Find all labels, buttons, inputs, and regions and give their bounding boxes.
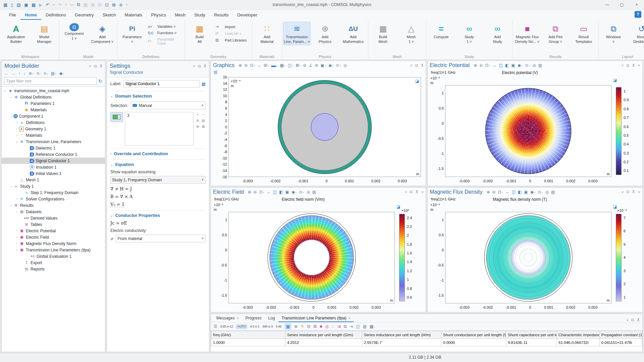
- zoom-in-icon[interactable]: ⊕: [486, 190, 490, 194]
- float-panel-icon[interactable]: ⊡: [415, 63, 418, 68]
- create-selection-icon[interactable]: ▦: [202, 81, 206, 86]
- menu-item[interactable]: Developer: [233, 11, 262, 20]
- menu-item[interactable]: Study: [190, 11, 210, 20]
- zoom-out-icon[interactable]: ⊖: [479, 63, 483, 68]
- table-cell[interactable]: 51.046-0.066732i: [557, 339, 600, 346]
- environment-icon[interactable]: ▣: [320, 63, 326, 68]
- tree-item[interactable]: 8.5 Global Evaluation 1: [2, 253, 105, 259]
- collapse-panel-icon[interactable]: ˅: [622, 190, 624, 194]
- plot-grid-icon[interactable]: ◫: [512, 190, 516, 194]
- tree-item[interactable]: › ▣ Electric Potential: [2, 228, 105, 234]
- report-icon[interactable]: ▤: [363, 324, 367, 329]
- close-tab-icon[interactable]: ×: [237, 316, 239, 320]
- table-header-cell[interactable]: Propagation constant (1/m): [599, 331, 642, 339]
- lock-axis-icon[interactable]: ▣: [524, 190, 528, 194]
- close-panel-icon[interactable]: ×: [638, 63, 640, 67]
- engineering-notation-button[interactable]: 8.5 e-1: [250, 325, 260, 328]
- selection-dropdown[interactable]: Manual ▼: [131, 102, 206, 109]
- duplicate-icon[interactable]: ⊞: [91, 2, 95, 7]
- model-manager-button[interactable]: ▤ ModelManager: [31, 22, 58, 45]
- tree-expander-icon[interactable]: ›: [14, 242, 19, 245]
- float-panel-icon[interactable]: ⊡: [626, 63, 629, 68]
- tree-item[interactable]: › ∷ Materials: [2, 132, 105, 138]
- add-physics-button[interactable]: ⊛ AddPhysics: [311, 22, 339, 45]
- zoom-out-icon[interactable]: ⊖: [254, 190, 257, 194]
- domain-selection-header[interactable]: ⌄ Domain Selection: [110, 94, 206, 99]
- lock-axis-icon[interactable]: ▣: [511, 63, 515, 68]
- tree-item[interactable]: ⌄ ∞ Study 1: [2, 183, 105, 189]
- application-builder-button[interactable]: A ApplicationBuilder: [2, 22, 30, 45]
- tree-item[interactable]: 8.85 Derived Values: [2, 215, 105, 221]
- select-box-icon[interactable]: ⊡: [105, 2, 109, 7]
- override-header[interactable]: › Override and Contribution: [110, 151, 206, 156]
- menu-item[interactable]: Geometry: [70, 11, 98, 20]
- zoom-box-icon[interactable]: ⊡: [485, 63, 490, 68]
- redo-menu-icon[interactable]: ˅: [65, 3, 66, 6]
- zoom-box-icon[interactable]: ⊡: [259, 190, 264, 194]
- pin-panel-icon[interactable]: ⊼: [204, 64, 206, 68]
- information-tab[interactable]: Log ×: [265, 315, 278, 322]
- import-button[interactable]: ⇥ Import: [214, 24, 251, 29]
- potential-surface-plot[interactable]: [485, 88, 571, 174]
- close-panel-icon[interactable]: ×: [422, 190, 424, 194]
- tree-item[interactable]: › ⊪ Solver Configurations: [2, 196, 105, 202]
- print-icon[interactable]: ▤: [551, 190, 555, 194]
- table-graph-icon[interactable]: ◎: [325, 324, 329, 329]
- maximize-button[interactable]: ▢: [614, 0, 629, 9]
- tree-item[interactable]: ⌄ ⊕ Global Definitions: [2, 94, 105, 100]
- back-icon[interactable]: ←: [4, 71, 8, 76]
- menu-item[interactable]: Materials: [120, 11, 147, 20]
- row-numbers-icon[interactable]: ☰: [214, 324, 217, 329]
- image-snapshot-icon[interactable]: ◎: [545, 190, 548, 194]
- update-icon[interactable]: ⊙: [336, 63, 341, 68]
- add-material-button[interactable]: ∷ AddMaterial: [253, 22, 281, 45]
- full-precision-icon[interactable]: ⊕: [294, 324, 298, 329]
- electric-field-canvas[interactable]: m: [228, 212, 395, 304]
- lock-axis-icon[interactable]: ▣: [285, 190, 289, 194]
- equation-header[interactable]: ⌄ Equation: [110, 162, 206, 167]
- functions-menu[interactable]: f(x) Functions ˅: [147, 30, 183, 36]
- tree-item[interactable]: △ Mesh 1: [2, 177, 105, 183]
- arrange-columns-icon[interactable]: ⇉: [337, 324, 341, 329]
- update-plot-icon[interactable]: ⊙: [299, 190, 304, 194]
- zoom-box-icon[interactable]: ⊡: [250, 63, 255, 68]
- tree-item[interactable]: ⌄ ≋ Transmission Line, Parameters: [2, 138, 105, 145]
- select-mode-icon[interactable]: ⊠: [296, 63, 301, 68]
- close-tab-icon[interactable]: ×: [348, 316, 351, 320]
- tree-item[interactable]: › ▦ Datasets: [2, 208, 105, 215]
- add-to-selection-icon[interactable]: +: [195, 113, 200, 118]
- scientific-notation-button[interactable]: 8.85 e-12: [220, 325, 233, 328]
- tree-expander-icon[interactable]: ›: [14, 121, 19, 124]
- menu-item[interactable]: Physics: [147, 11, 170, 20]
- add-component-button[interactable]: ◈ AddComponent ˅: [89, 22, 116, 45]
- new-file-icon[interactable]: ▯: [11, 2, 13, 7]
- tree-expander-icon[interactable]: ›: [14, 229, 19, 232]
- graphics-canvas[interactable]: m ◪ ×10⁻⁴ m: [228, 77, 421, 177]
- tree-item[interactable]: ∿ Step 1: Frequency Domain: [2, 189, 105, 196]
- add-mathematics-button[interactable]: ΔU AddMathematics: [339, 22, 367, 45]
- decimal-notation-button[interactable]: 0.85: [276, 325, 282, 328]
- float-panel-icon[interactable]: ⊡: [198, 64, 201, 68]
- tree-expander-icon[interactable]: ⌄: [9, 96, 13, 99]
- table-cell[interactable]: 9.8143E-11: [506, 339, 557, 346]
- table-header-cell[interactable]: Characteristic impedance (Ω): [557, 331, 600, 339]
- menu-item[interactable]: Sketch: [98, 11, 120, 20]
- zoom-in-icon[interactable]: ⊕: [248, 190, 251, 194]
- table-cell[interactable]: 0.041151+31.478i: [599, 339, 642, 346]
- magnetic-flux-density-plot-button[interactable]: ■ Magnetic FluxDensity No... ˅: [514, 22, 541, 45]
- annotation-icon[interactable]: ◧: [505, 63, 509, 68]
- menu-item[interactable]: Definitions: [41, 11, 70, 20]
- tree-item[interactable]: D Insulation 1: [2, 164, 105, 170]
- zoom-out-icon[interactable]: ⊖: [244, 63, 248, 68]
- zoom-extents-icon[interactable]: ↔: [492, 63, 496, 68]
- table-options-icon[interactable]: ▦: [370, 324, 375, 329]
- move-up-icon[interactable]: ↑: [18, 71, 20, 76]
- tree-expander-icon[interactable]: ⌄: [14, 248, 19, 251]
- build-all-button[interactable]: ▦ BuildAll: [186, 22, 213, 45]
- collapse-panel-icon[interactable]: ˅: [89, 64, 91, 68]
- tree-expander-icon[interactable]: ›: [14, 127, 19, 130]
- image-snapshot-icon[interactable]: ◎: [307, 190, 310, 194]
- paste-selection-icon[interactable]: ▤: [201, 119, 206, 124]
- go-to-default-view-icon[interactable]: ⊞: [264, 63, 269, 68]
- save-as-icon[interactable]: ▩: [32, 2, 36, 7]
